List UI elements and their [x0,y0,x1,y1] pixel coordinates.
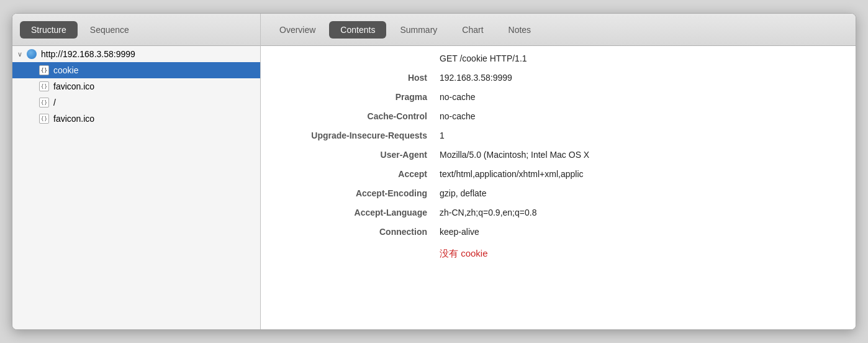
tab-chart[interactable]: Chart [451,21,494,39]
tab-contents[interactable]: Contents [329,21,386,39]
tab-structure[interactable]: Structure [20,21,78,39]
tree-item-label: http://192.168.3.58:9999 [41,49,135,59]
key-cell: Connection [261,222,435,242]
no-cookie-row: 没有 cookie [261,242,856,264]
tree-item-label: / [53,98,56,107]
tree-item-favicon1[interactable]: {} favicon.ico [12,78,260,94]
val-cell: 192.168.3.58:9999 [435,68,856,88]
val-cell: no-cache [435,107,856,126]
file-icon: {} [38,97,50,108]
val-cell: 1 [435,126,856,145]
tree-item-favicon2[interactable]: {} favicon.ico [12,111,260,127]
file-icon: {} [38,65,50,76]
val-cell: Mozilla/5.0 (Macintosh; Intel Mac OS X [435,145,856,165]
table-row: Host 192.168.3.58:9999 [261,68,856,88]
key-cell [261,242,435,264]
key-cell: Cache-Control [261,107,435,126]
left-tab-group: Structure Sequence [20,21,140,39]
globe-icon [26,48,37,60]
key-cell: Accept-Language [261,203,435,222]
table-row: Accept-Language zh-CN,zh;q=0.9,en;q=0.8 [261,203,856,222]
val-cell: zh-CN,zh;q=0.9,en;q=0.8 [435,203,856,222]
no-cookie-label: 没有 cookie [435,242,856,264]
tree-item-cookie[interactable]: {} cookie [12,62,260,78]
key-cell: Upgrade-Insecure-Requests [261,126,435,145]
file-icon: {} [38,113,50,124]
key-cell [261,46,435,68]
table-row: User-Agent Mozilla/5.0 (Macintosh; Intel… [261,145,856,165]
table-row: Upgrade-Insecure-Requests 1 [261,126,856,145]
tree-item-slash[interactable]: {} / [12,94,260,111]
tab-summary[interactable]: Summary [389,21,448,39]
main-content: Structure Sequence ∨ http://192.168.3.58… [12,14,856,329]
val-cell: gzip, deflate [435,184,856,203]
val-cell: text/html,application/xhtml+xml,applic [435,165,856,184]
content-table: GET /cookie HTTP/1.1 Host 192.168.3.58:9… [261,46,856,264]
table-row: GET /cookie HTTP/1.1 [261,46,856,68]
table-row: Pragma no-cache [261,88,856,107]
app-window: Structure Sequence ∨ http://192.168.3.58… [12,13,856,330]
table-row: Connection keep-alive [261,222,856,242]
tree-item-label: favicon.ico [53,81,94,91]
tab-notes[interactable]: Notes [497,21,543,39]
arrow-icon: ∨ [17,50,26,58]
key-cell: User-Agent [261,145,435,165]
key-cell: Accept-Encoding [261,184,435,203]
left-toolbar: Structure Sequence [12,14,260,46]
table-row: Accept-Encoding gzip, deflate [261,184,856,203]
val-cell: no-cache [435,88,856,107]
key-cell: Pragma [261,88,435,107]
file-icon: {} [38,81,50,92]
tree-item-label: favicon.ico [53,114,94,124]
right-panel: GET /cookie HTTP/1.1 Host 192.168.3.58:9… [261,46,856,329]
tab-overview[interactable]: Overview [268,21,327,39]
val-cell: GET /cookie HTTP/1.1 [435,46,856,68]
key-cell: Accept [261,165,435,184]
val-cell: keep-alive [435,222,856,242]
tree-item-label: cookie [53,65,78,75]
left-panel: Structure Sequence ∨ http://192.168.3.58… [12,14,261,329]
right-panel-container: Overview Contents Summary Chart Notes GE… [261,14,856,329]
tab-sequence[interactable]: Sequence [79,21,140,39]
right-toolbar: Overview Contents Summary Chart Notes [261,14,856,46]
key-cell: Host [261,68,435,88]
table-row: Cache-Control no-cache [261,107,856,126]
tree-item-root[interactable]: ∨ http://192.168.3.58:9999 [12,46,260,62]
table-row: Accept text/html,application/xhtml+xml,a… [261,165,856,184]
